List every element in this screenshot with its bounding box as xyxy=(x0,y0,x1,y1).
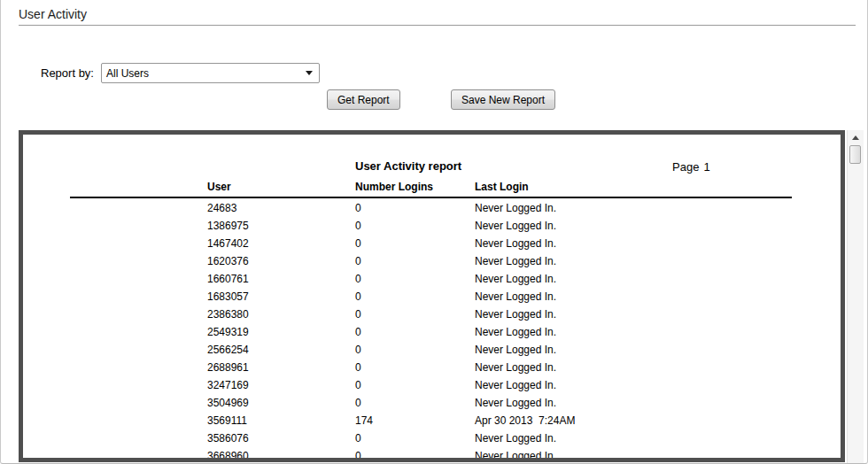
table-cell-user: 3668960 xyxy=(207,447,249,462)
table-cell-user: 1386975 xyxy=(207,217,249,235)
table-cell-logins: 0 xyxy=(355,199,361,217)
table-cell-user: 3504969 xyxy=(207,394,249,412)
scroll-up-icon xyxy=(852,135,859,140)
table-cell-last_login: Never Logged In. xyxy=(475,305,556,323)
table-cell-last_login: Never Logged In. xyxy=(475,429,556,447)
table-cell-last_login: Never Logged In. xyxy=(475,376,556,394)
table-cell-last_login: Never Logged In. xyxy=(475,270,556,288)
combobox-selected-value: All Users xyxy=(106,67,149,80)
table-cell-logins: 0 xyxy=(355,341,361,359)
table-cell-user: 1683057 xyxy=(207,288,249,305)
table-cell-logins: 0 xyxy=(355,217,361,235)
user-activity-page: User Activity Report by: All Users Get R… xyxy=(0,0,868,464)
column-header-last-login: Last Login xyxy=(475,181,529,193)
table-cell-logins: 0 xyxy=(355,305,361,323)
table-row: 16203760Never Logged In. xyxy=(23,252,841,270)
table-row: 26889610Never Logged In. xyxy=(23,359,841,376)
table-cell-user: 2566254 xyxy=(207,341,249,359)
table-cell-last_login: Never Logged In. xyxy=(475,235,556,252)
table-cell-last_login: Never Logged In. xyxy=(475,447,556,462)
table-cell-user: 3247169 xyxy=(207,376,249,394)
table-cell-last_login: Never Logged In. xyxy=(475,359,556,376)
table-row: 3569111174Apr 30 2013 7:24AM xyxy=(23,412,841,429)
report-panel: User Activity report Page1 User Number L… xyxy=(19,130,845,462)
table-row: 246830Never Logged In. xyxy=(23,199,841,217)
table-row: 35860760Never Logged In. xyxy=(23,429,841,447)
table-cell-last_login: Never Logged In. xyxy=(475,217,556,235)
header-rule xyxy=(70,197,792,198)
table-row: 13869750Never Logged In. xyxy=(23,217,841,235)
title-underline xyxy=(19,25,856,26)
table-cell-last_login: Never Logged In. xyxy=(475,252,556,270)
table-cell-last_login: Never Logged In. xyxy=(475,394,556,412)
page-indicator: Page1 xyxy=(672,160,710,174)
table-cell-user: 2688961 xyxy=(207,359,249,376)
get-report-button[interactable]: Get Report xyxy=(327,89,400,110)
table-row: 16607610Never Logged In. xyxy=(23,270,841,288)
vertical-scrollbar[interactable] xyxy=(847,130,864,464)
table-cell-logins: 0 xyxy=(355,270,361,288)
table-cell-logins: 0 xyxy=(355,235,361,252)
page-label: Page xyxy=(672,160,699,174)
table-cell-user: 3586076 xyxy=(207,429,249,447)
table-cell-logins: 0 xyxy=(355,359,361,376)
table-cell-logins: 0 xyxy=(355,288,361,305)
report-rows: 246830Never Logged In.13869750Never Logg… xyxy=(23,199,841,462)
table-cell-logins: 0 xyxy=(355,447,361,462)
table-cell-last_login: Never Logged In. xyxy=(475,199,556,217)
scrollbar-thumb[interactable] xyxy=(849,145,861,164)
table-row: 25493190Never Logged In. xyxy=(23,323,841,341)
table-cell-user: 2386380 xyxy=(207,305,249,323)
column-header-user: User xyxy=(207,181,231,193)
table-cell-logins: 174 xyxy=(355,412,373,429)
table-row: 32471690Never Logged In. xyxy=(23,376,841,394)
table-row: 23863800Never Logged In. xyxy=(23,305,841,323)
table-cell-last_login: Apr 30 2013 7:24AM xyxy=(475,412,575,429)
save-new-report-button[interactable]: Save New Report xyxy=(451,89,555,110)
table-cell-user: 1660761 xyxy=(207,270,249,288)
table-cell-logins: 0 xyxy=(355,429,361,447)
page-title: User Activity xyxy=(19,7,87,21)
table-cell-logins: 0 xyxy=(355,376,361,394)
table-row: 35049690Never Logged In. xyxy=(23,394,841,412)
table-cell-user: 24683 xyxy=(207,199,236,217)
table-cell-user: 1620376 xyxy=(207,252,249,270)
table-cell-user: 2549319 xyxy=(207,323,249,341)
report-title: User Activity report xyxy=(355,159,461,173)
table-cell-last_login: Never Logged In. xyxy=(475,323,556,341)
table-row: 36689600Never Logged In. xyxy=(23,447,841,462)
table-cell-logins: 0 xyxy=(355,394,361,412)
page-number: 1 xyxy=(703,160,709,174)
table-row: 14674020Never Logged In. xyxy=(23,235,841,252)
report-by-combobox[interactable]: All Users xyxy=(101,63,320,83)
scroll-up-button[interactable] xyxy=(848,130,864,144)
table-row: 25662540Never Logged In. xyxy=(23,341,841,359)
report-by-label: Report by: xyxy=(41,66,94,80)
table-cell-user: 3569111 xyxy=(207,412,247,429)
table-cell-last_login: Never Logged In. xyxy=(475,288,556,305)
table-cell-logins: 0 xyxy=(355,252,361,270)
chevron-down-icon xyxy=(306,71,313,75)
table-row: 16830570Never Logged In. xyxy=(23,288,841,305)
table-cell-last_login: Never Logged In. xyxy=(475,341,556,359)
column-header-number-logins: Number Logins xyxy=(355,181,433,193)
table-cell-logins: 0 xyxy=(355,323,361,341)
table-cell-user: 1467402 xyxy=(207,235,249,252)
